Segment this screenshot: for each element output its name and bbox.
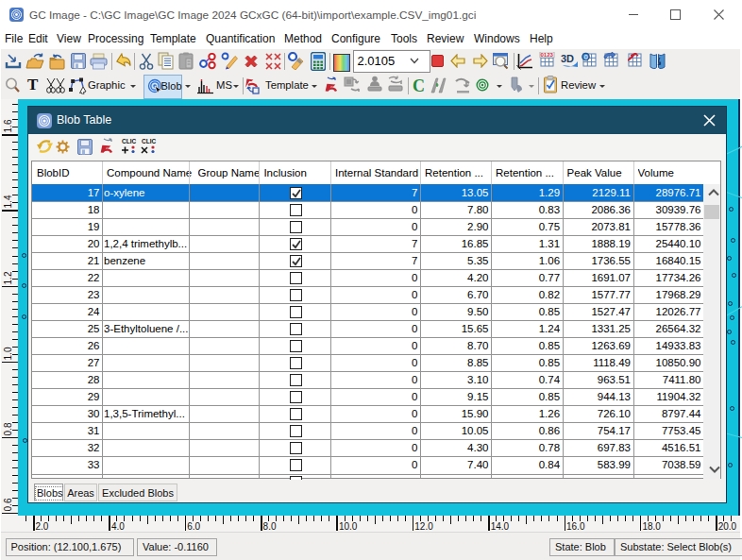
- svg-text:0123: 0123: [541, 52, 554, 58]
- svg-text:0: 0: [584, 54, 588, 60]
- svg-text:CLIC: CLIC: [122, 138, 136, 144]
- svg-text:3D: 3D: [561, 53, 574, 64]
- svg-text:CLIC: CLIC: [142, 138, 156, 144]
- svg-text:C: C: [413, 76, 425, 95]
